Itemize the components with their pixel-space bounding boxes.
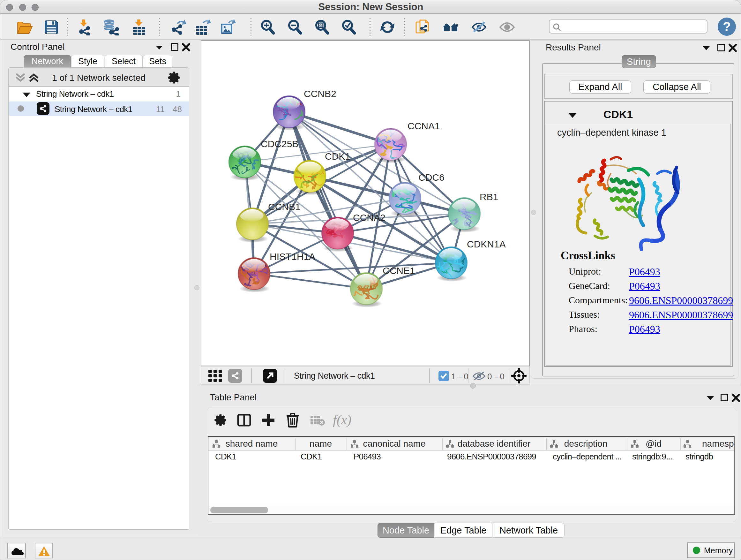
- svg-text:CDK1: CDK1: [325, 151, 350, 162]
- svg-text:CCNB1: CCNB1: [268, 201, 300, 212]
- svg-text:CCNA1: CCNA1: [408, 121, 440, 131]
- svg-text:CDKN1A: CDKN1A: [467, 239, 506, 249]
- svg-text:RB1: RB1: [480, 192, 498, 202]
- svg-text:CCNB2: CCNB2: [304, 88, 336, 99]
- svg-text:CDC6: CDC6: [418, 172, 445, 183]
- svg-text:HIST1H1A: HIST1H1A: [270, 251, 315, 262]
- svg-text:CCNA2: CCNA2: [353, 212, 386, 223]
- svg-text:CCNE1: CCNE1: [383, 265, 415, 276]
- svg-text:CDC25B: CDC25B: [261, 138, 298, 149]
